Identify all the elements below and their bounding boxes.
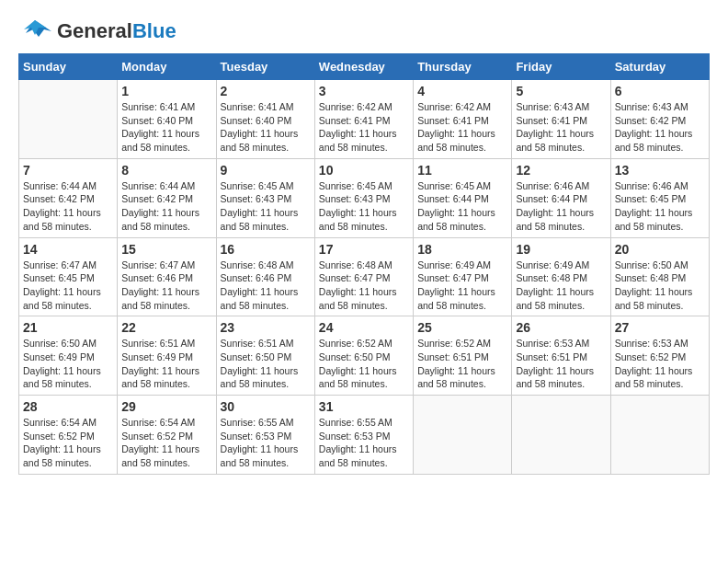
sunrise: Sunrise: 6:51 AM bbox=[221, 338, 294, 349]
sunrise: Sunrise: 6:48 AM bbox=[319, 259, 392, 270]
day-info: Sunrise: 6:42 AM Sunset: 6:41 PM Dayligh… bbox=[319, 100, 409, 155]
day-info: Sunrise: 6:54 AM Sunset: 6:52 PM Dayligh… bbox=[23, 416, 113, 470]
day-number: 12 bbox=[516, 163, 606, 178]
calendar-cell: 11 Sunrise: 6:45 AM Sunset: 6:44 PM Dayl… bbox=[414, 158, 512, 237]
sunrise: Sunrise: 6:50 AM bbox=[23, 338, 97, 349]
sunrise: Sunrise: 6:44 AM bbox=[121, 180, 195, 191]
calendar-cell: 1 Sunrise: 6:41 AM Sunset: 6:40 PM Dayli… bbox=[118, 80, 216, 159]
daylight: Daylight: 11 hours and 58 minutes. bbox=[221, 207, 299, 232]
day-number: 5 bbox=[516, 84, 606, 98]
sunset: Sunset: 6:47 PM bbox=[319, 272, 391, 283]
sunrise: Sunrise: 6:45 AM bbox=[319, 180, 392, 191]
daylight: Daylight: 11 hours and 58 minutes. bbox=[221, 286, 299, 311]
sunset: Sunset: 6:53 PM bbox=[221, 431, 292, 442]
sunrise: Sunrise: 6:53 AM bbox=[516, 338, 589, 349]
calendar-week-row: 14 Sunrise: 6:47 AM Sunset: 6:45 PM Dayl… bbox=[19, 237, 710, 316]
sunrise: Sunrise: 6:45 AM bbox=[221, 180, 294, 191]
calendar-cell: 17 Sunrise: 6:48 AM Sunset: 6:47 PM Dayl… bbox=[314, 237, 413, 316]
sunrise: Sunrise: 6:51 AM bbox=[121, 338, 195, 349]
sunset: Sunset: 6:44 PM bbox=[516, 193, 587, 204]
logo: GeneralBlue bbox=[18, 18, 176, 44]
day-number: 14 bbox=[23, 242, 113, 257]
sunset: Sunset: 6:53 PM bbox=[319, 431, 391, 442]
sunrise: Sunrise: 6:43 AM bbox=[615, 101, 688, 112]
daylight: Daylight: 11 hours and 58 minutes. bbox=[615, 365, 693, 390]
calendar-cell: 24 Sunrise: 6:52 AM Sunset: 6:50 PM Dayl… bbox=[314, 316, 413, 396]
day-info: Sunrise: 6:53 AM Sunset: 6:51 PM Dayligh… bbox=[516, 337, 606, 391]
col-friday: Friday bbox=[512, 54, 610, 80]
sunset: Sunset: 6:42 PM bbox=[615, 115, 687, 126]
daylight: Daylight: 11 hours and 58 minutes. bbox=[221, 365, 299, 390]
daylight: Daylight: 11 hours and 58 minutes. bbox=[516, 365, 594, 390]
calendar-cell: 4 Sunrise: 6:42 AM Sunset: 6:41 PM Dayli… bbox=[414, 80, 512, 159]
day-info: Sunrise: 6:50 AM Sunset: 6:48 PM Dayligh… bbox=[615, 259, 705, 313]
calendar-cell: 7 Sunrise: 6:44 AM Sunset: 6:42 PM Dayli… bbox=[19, 158, 118, 237]
sunset: Sunset: 6:52 PM bbox=[23, 431, 95, 442]
logo-general: General bbox=[57, 19, 132, 42]
daylight: Daylight: 11 hours and 58 minutes. bbox=[23, 286, 101, 311]
calendar-cell: 6 Sunrise: 6:43 AM Sunset: 6:42 PM Dayli… bbox=[610, 80, 709, 159]
daylight: Daylight: 11 hours and 58 minutes. bbox=[417, 128, 495, 153]
day-number: 27 bbox=[615, 320, 705, 335]
logo-bird-icon bbox=[18, 18, 51, 44]
sunrise: Sunrise: 6:49 AM bbox=[417, 259, 491, 270]
sunset: Sunset: 6:52 PM bbox=[615, 351, 687, 362]
calendar-cell: 28 Sunrise: 6:54 AM Sunset: 6:52 PM Dayl… bbox=[19, 396, 118, 475]
day-info: Sunrise: 6:52 AM Sunset: 6:50 PM Dayligh… bbox=[319, 337, 409, 391]
day-info: Sunrise: 6:44 AM Sunset: 6:42 PM Dayligh… bbox=[23, 179, 113, 234]
day-number: 9 bbox=[221, 163, 311, 178]
day-number: 13 bbox=[615, 163, 705, 178]
day-number: 11 bbox=[417, 163, 507, 178]
sunrise: Sunrise: 6:42 AM bbox=[417, 101, 491, 112]
sunrise: Sunrise: 6:42 AM bbox=[319, 101, 392, 112]
daylight: Daylight: 11 hours and 58 minutes. bbox=[23, 207, 101, 232]
sunset: Sunset: 6:45 PM bbox=[615, 193, 687, 204]
day-number: 26 bbox=[516, 320, 606, 335]
daylight: Daylight: 11 hours and 58 minutes. bbox=[23, 365, 101, 390]
day-number: 7 bbox=[23, 163, 113, 178]
sunrise: Sunrise: 6:41 AM bbox=[221, 101, 294, 112]
sunset: Sunset: 6:51 PM bbox=[417, 351, 489, 362]
calendar-cell: 30 Sunrise: 6:55 AM Sunset: 6:53 PM Dayl… bbox=[216, 396, 314, 475]
day-info: Sunrise: 6:42 AM Sunset: 6:41 PM Dayligh… bbox=[417, 100, 507, 155]
day-number: 3 bbox=[319, 84, 409, 98]
day-info: Sunrise: 6:52 AM Sunset: 6:51 PM Dayligh… bbox=[417, 337, 507, 391]
calendar-cell: 26 Sunrise: 6:53 AM Sunset: 6:51 PM Dayl… bbox=[512, 316, 610, 396]
day-info: Sunrise: 6:43 AM Sunset: 6:41 PM Dayligh… bbox=[516, 100, 606, 155]
sunrise: Sunrise: 6:46 AM bbox=[516, 180, 589, 191]
sunset: Sunset: 6:49 PM bbox=[121, 351, 193, 362]
sunset: Sunset: 6:43 PM bbox=[319, 193, 391, 204]
calendar-cell: 21 Sunrise: 6:50 AM Sunset: 6:49 PM Dayl… bbox=[19, 316, 118, 396]
day-info: Sunrise: 6:48 AM Sunset: 6:46 PM Dayligh… bbox=[221, 259, 311, 313]
sunrise: Sunrise: 6:53 AM bbox=[615, 338, 688, 349]
day-info: Sunrise: 6:50 AM Sunset: 6:49 PM Dayligh… bbox=[23, 337, 113, 391]
daylight: Daylight: 11 hours and 58 minutes. bbox=[23, 443, 101, 468]
calendar-cell: 31 Sunrise: 6:55 AM Sunset: 6:53 PM Dayl… bbox=[314, 396, 413, 475]
sunset: Sunset: 6:49 PM bbox=[23, 351, 95, 362]
sunset: Sunset: 6:48 PM bbox=[516, 272, 587, 283]
day-info: Sunrise: 6:43 AM Sunset: 6:42 PM Dayligh… bbox=[615, 100, 705, 155]
day-info: Sunrise: 6:47 AM Sunset: 6:46 PM Dayligh… bbox=[121, 259, 211, 313]
calendar-cell: 3 Sunrise: 6:42 AM Sunset: 6:41 PM Dayli… bbox=[314, 80, 413, 159]
svg-marker-1 bbox=[24, 20, 46, 35]
day-info: Sunrise: 6:48 AM Sunset: 6:47 PM Dayligh… bbox=[319, 259, 409, 313]
sunrise: Sunrise: 6:46 AM bbox=[615, 180, 688, 191]
day-info: Sunrise: 6:41 AM Sunset: 6:40 PM Dayligh… bbox=[221, 100, 311, 155]
sunrise: Sunrise: 6:47 AM bbox=[121, 259, 195, 270]
calendar-cell bbox=[512, 396, 610, 475]
sunset: Sunset: 6:48 PM bbox=[615, 272, 687, 283]
daylight: Daylight: 11 hours and 58 minutes. bbox=[121, 128, 199, 153]
sunset: Sunset: 6:50 PM bbox=[221, 351, 292, 362]
sunset: Sunset: 6:42 PM bbox=[23, 193, 95, 204]
calendar-cell: 22 Sunrise: 6:51 AM Sunset: 6:49 PM Dayl… bbox=[118, 316, 216, 396]
sunrise: Sunrise: 6:45 AM bbox=[417, 180, 491, 191]
day-info: Sunrise: 6:45 AM Sunset: 6:44 PM Dayligh… bbox=[417, 179, 507, 234]
col-tuesday: Tuesday bbox=[216, 54, 314, 80]
daylight: Daylight: 11 hours and 58 minutes. bbox=[319, 365, 397, 390]
day-info: Sunrise: 6:44 AM Sunset: 6:42 PM Dayligh… bbox=[121, 179, 211, 234]
day-number: 19 bbox=[516, 242, 606, 257]
day-number: 4 bbox=[417, 84, 507, 98]
sunrise: Sunrise: 6:50 AM bbox=[615, 259, 688, 270]
daylight: Daylight: 11 hours and 58 minutes. bbox=[121, 365, 199, 390]
sunrise: Sunrise: 6:55 AM bbox=[221, 417, 294, 428]
